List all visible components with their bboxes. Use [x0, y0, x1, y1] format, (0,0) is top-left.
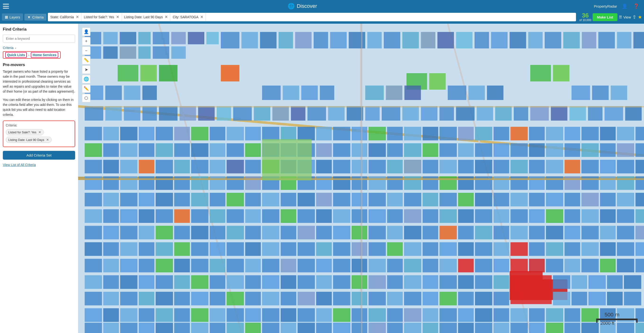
svg-rect-384 [546, 259, 563, 272]
svg-rect-234 [156, 193, 173, 206]
svg-rect-381 [494, 259, 509, 272]
svg-rect-519 [636, 319, 637, 323]
svg-rect-357 [636, 242, 644, 256]
layers-icon: ▦ [5, 15, 8, 19]
globe-icon: 🌐 [288, 3, 295, 9]
svg-rect-173 [210, 160, 225, 173]
svg-rect-110 [226, 127, 244, 140]
section-desc-2: You can edit these criteria by clicking … [3, 97, 75, 117]
svg-rect-8 [120, 32, 136, 44]
hamburger-icon[interactable] [3, 4, 9, 8]
svg-rect-370 [298, 259, 315, 272]
svg-rect-419 [624, 275, 641, 289]
svg-rect-345 [422, 242, 438, 256]
svg-rect-397 [210, 275, 225, 289]
svg-rect-106 [156, 127, 173, 140]
breadcrumb-criteria[interactable]: Criteria [3, 46, 14, 50]
locate-me-button[interactable]: 👤 [82, 27, 90, 36]
svg-rect-77 [198, 106, 215, 121]
criteria-label: Criteria: [6, 123, 72, 127]
compass-button[interactable]: ➤ [82, 65, 90, 74]
svg-rect-36 [510, 32, 526, 48]
svg-rect-181 [352, 160, 367, 173]
svg-rect-336 [262, 242, 279, 256]
globe-view-button[interactable]: 🌐 [82, 75, 90, 83]
svg-rect-407 [387, 275, 403, 289]
svg-rect-401 [280, 275, 296, 289]
share-button[interactable]: ⇧ [632, 14, 636, 20]
add-criteria-set-button[interactable]: Add Criteria Set [3, 151, 75, 160]
svg-rect-56 [124, 85, 140, 100]
svg-rect-203 [174, 176, 190, 190]
svg-rect-99 [604, 106, 623, 121]
breadcrumb-home-services[interactable]: Home Services [31, 52, 58, 58]
filterbar: ▦ Layers ▼ Criteria State: California ✕ … [0, 12, 644, 24]
svg-rect-171 [174, 160, 190, 173]
svg-rect-34 [474, 32, 489, 48]
svg-rect-172 [191, 160, 208, 173]
svg-rect-497 [368, 323, 386, 333]
svg-rect-188 [475, 160, 492, 173]
search-input[interactable] [3, 34, 75, 43]
zoom-in-button[interactable]: + [82, 37, 90, 45]
breadcrumb-quick-lists[interactable]: Quick Lists [5, 52, 27, 58]
svg-rect-151 [387, 143, 403, 157]
svg-rect-180 [333, 160, 350, 173]
svg-rect-107 [174, 127, 190, 140]
svg-rect-82 [291, 106, 306, 121]
svg-rect-296 [120, 226, 138, 239]
remove-date-filter[interactable]: ✕ [165, 15, 168, 19]
svg-rect-504 [494, 323, 509, 333]
svg-rect-256 [546, 193, 563, 206]
map-svg[interactable]: 500 m 2000 ft [78, 24, 644, 333]
svg-rect-277 [352, 209, 367, 223]
edit-button[interactable]: ✏️ [82, 84, 90, 93]
svg-rect-69 [592, 85, 609, 100]
svg-rect-112 [262, 127, 279, 140]
remove-listed-filter[interactable]: ✕ [116, 15, 119, 19]
svg-rect-115 [316, 127, 332, 140]
svg-rect-413 [494, 275, 509, 289]
svg-rect-418 [607, 275, 623, 289]
remove-criteria-date[interactable]: ✕ [46, 138, 49, 142]
svg-rect-346 [440, 242, 457, 256]
star-button[interactable]: ★ [638, 14, 642, 20]
svg-rect-13 [206, 32, 219, 44]
svg-rect-430 [262, 292, 279, 305]
svg-rect-301 [210, 226, 225, 239]
svg-rect-288 [546, 209, 563, 223]
view-button[interactable]: ☰ View [619, 15, 631, 19]
svg-rect-331 [174, 242, 190, 256]
svg-rect-137 [138, 143, 154, 157]
svg-rect-416 [572, 275, 587, 289]
map-area: 500 m 2000 ft 👤 + − 📏 ➤ 🌐 ✏️ ⬡ [78, 24, 644, 333]
layers-tab[interactable]: ▦ Layers [2, 13, 23, 20]
svg-rect-317 [494, 226, 509, 239]
svg-rect-31 [421, 32, 435, 48]
svg-rect-387 [600, 259, 616, 272]
view-all-criteria-link[interactable]: View List of All Criteria [3, 163, 75, 167]
svg-rect-289 [564, 209, 580, 223]
svg-rect-213 [352, 176, 367, 190]
svg-rect-459 [262, 308, 279, 322]
help-icon-btn[interactable]: ❓ [632, 2, 640, 10]
svg-rect-266 [156, 209, 173, 223]
svg-rect-220 [475, 176, 492, 190]
measure-button[interactable]: 📏 [82, 56, 90, 64]
polygon-button[interactable]: ⬡ [82, 94, 90, 102]
remove-city-filter[interactable]: ✕ [200, 15, 203, 19]
zoom-out-button[interactable]: − [82, 46, 90, 55]
remove-state-filter[interactable]: ✕ [76, 15, 79, 19]
svg-rect-260 [617, 193, 634, 206]
svg-rect-245 [352, 193, 367, 206]
svg-rect-463 [333, 308, 350, 322]
count-number: 36 [582, 12, 589, 18]
breadcrumb-highlight: Quick Lists › Home Services [3, 51, 61, 59]
criteria-tab[interactable]: ▼ Criteria [24, 14, 46, 20]
remove-criteria-listed[interactable]: ✕ [38, 130, 41, 134]
svg-rect-400 [262, 275, 279, 289]
svg-rect-62 [365, 85, 384, 100]
svg-rect-96 [551, 106, 568, 121]
make-list-button[interactable]: Make List [592, 13, 617, 21]
user-icon-btn[interactable]: 👤 [621, 2, 628, 10]
